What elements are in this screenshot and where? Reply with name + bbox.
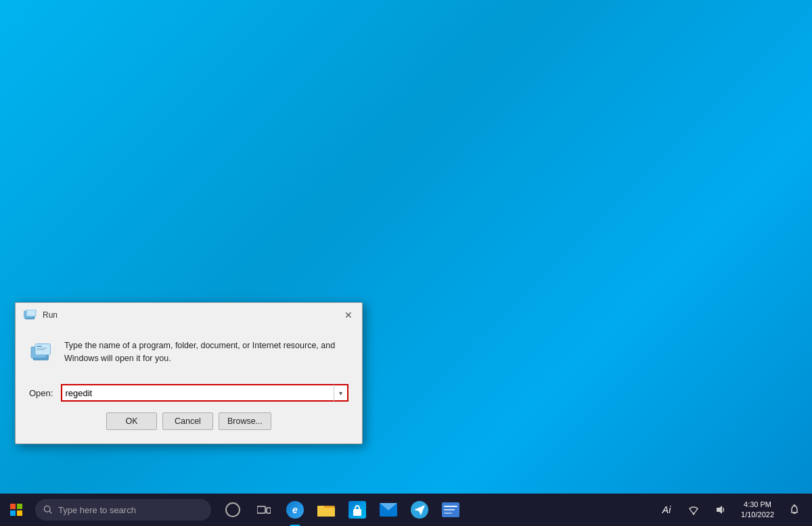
run-dialog-title: Run: [43, 310, 340, 320]
svg-point-30: [794, 504, 796, 506]
desktop: Run ✕ Type the name of a program, folder…: [0, 0, 812, 526]
taskbar: Type here to search e: [0, 494, 812, 526]
svg-line-12: [49, 511, 51, 513]
svg-rect-29: [793, 512, 796, 514]
run-dialog-body: Type the name of a program, folder, docu…: [16, 327, 362, 381]
run-dialog-close-button[interactable]: ✕: [340, 307, 357, 323]
network-icon: [688, 504, 699, 515]
taskbar-pinned-apps: e: [218, 494, 466, 526]
run-dialog-form: Open: ▾: [16, 381, 362, 412]
svg-rect-20: [353, 509, 361, 516]
file-explorer-button[interactable]: [311, 494, 341, 526]
svg-rect-25: [444, 509, 455, 510]
run-dialog-open-label: Open:: [29, 388, 53, 398]
search-icon: [43, 505, 53, 515]
svg-rect-9: [37, 348, 47, 349]
svg-rect-13: [257, 506, 265, 513]
notification-button[interactable]: [782, 494, 807, 526]
task-view-button[interactable]: [249, 494, 279, 526]
svg-rect-16: [317, 508, 335, 517]
svg-rect-18: [317, 507, 324, 508]
run-dialog-dropdown-arrow[interactable]: ▾: [334, 385, 347, 401]
clock-time: 4:30 PM: [744, 500, 771, 510]
windows-logo-icon: [10, 504, 22, 516]
store-icon: [348, 501, 366, 519]
mail-icon: [380, 503, 397, 517]
run-dialog-titlebar: Run ✕: [16, 303, 362, 327]
taskbar-search-bar[interactable]: Type here to search: [35, 499, 211, 521]
volume-tray-button[interactable]: [708, 494, 733, 526]
notification-icon: [790, 504, 799, 515]
svg-point-27: [693, 513, 695, 515]
svg-rect-10: [37, 350, 45, 350]
clock-date: 1/10/2022: [741, 510, 774, 520]
edge-icon: e: [286, 501, 304, 519]
taskbar-search-placeholder: Type here to search: [58, 505, 136, 515]
svg-marker-28: [717, 506, 722, 514]
run-cancel-button[interactable]: Cancel: [162, 412, 213, 430]
network-tray-button[interactable]: [681, 494, 706, 526]
task-view-icon: [257, 504, 271, 515]
system-tray: Ai 4:30 PM 1/10/2022: [654, 494, 812, 526]
svg-rect-26: [444, 512, 452, 514]
svg-rect-24: [444, 506, 457, 507]
svg-rect-14: [267, 508, 271, 513]
svg-point-11: [44, 506, 50, 512]
run-dialog-input-wrapper: ▾: [61, 384, 348, 402]
run-logo-icon: [29, 338, 53, 368]
store-button[interactable]: [342, 494, 372, 526]
system-clock[interactable]: 4:30 PM 1/10/2022: [736, 494, 780, 526]
telegram-icon: [411, 501, 428, 519]
run-dialog-input[interactable]: [62, 387, 334, 400]
mail-button[interactable]: [374, 494, 403, 526]
cortana-icon: [225, 502, 240, 517]
extra-app-button[interactable]: [436, 494, 466, 526]
run-dialog: Run ✕ Type the name of a program, folder…: [15, 302, 363, 444]
run-dialog-description: Type the name of a program, folder, docu…: [64, 338, 348, 365]
telegram-button[interactable]: [405, 494, 434, 526]
file-explorer-icon: [317, 502, 335, 517]
run-ok-button[interactable]: OK: [106, 412, 157, 430]
extra-app-icon: [442, 502, 459, 517]
edge-button[interactable]: e: [280, 494, 310, 526]
svg-rect-8: [37, 346, 41, 347]
run-dialog-buttons: OK Cancel Browse...: [16, 412, 362, 444]
start-button[interactable]: [0, 494, 32, 526]
volume-icon: [715, 504, 726, 515]
run-dialog-icon: [24, 310, 37, 320]
ai-label: Ai: [662, 504, 671, 515]
ai-copilot-button[interactable]: Ai: [654, 494, 679, 526]
run-browse-button[interactable]: Browse...: [219, 412, 271, 430]
svg-rect-3: [27, 310, 35, 316]
cortana-button[interactable]: [218, 494, 248, 526]
